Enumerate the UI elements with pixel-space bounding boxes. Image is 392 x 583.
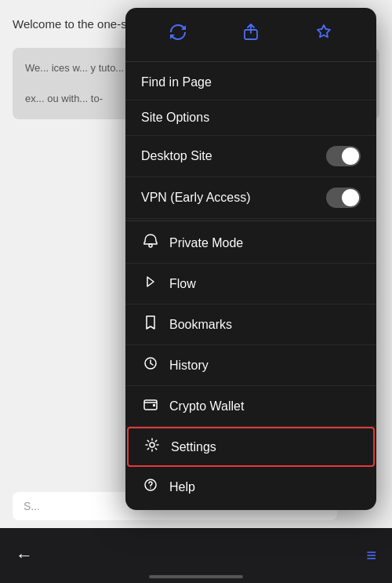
flow-label: Flow [169,277,196,291]
help-item[interactable]: Help [125,467,376,507]
private-mode-item[interactable]: Private Mode [125,223,376,264]
crypto-wallet-item[interactable]: Crypto Wallet [125,386,376,427]
vpn-item[interactable]: VPN (Early Access) [125,177,376,219]
svg-point-7 [150,487,151,489]
search-bar-text: S... [24,500,40,512]
site-options-label: Site Options [141,111,209,125]
menu-overlay: Find in Page Site Options Desktop Site V… [125,8,392,536]
crypto-wallet-icon [141,396,160,416]
crypto-wallet-label: Crypto Wallet [169,399,244,414]
find-in-page-label: Find in Page [141,75,212,89]
bookmarks-label: Bookmarks [169,318,232,332]
help-label: Help [169,480,195,494]
private-mode-label: Private Mode [169,236,243,250]
bookmark-star-button[interactable] [307,20,340,49]
private-mode-icon [141,233,160,253]
dropdown-menu: Find in Page Site Options Desktop Site V… [125,8,376,510]
reload-button[interactable] [162,20,194,49]
help-icon [141,477,160,497]
history-label: History [169,359,209,373]
vpn-label: VPN (Early Access) [141,191,251,205]
menu-items-list: Find in Page Site Options Desktop Site V… [125,62,376,510]
settings-item[interactable]: Settings [127,427,375,467]
desktop-site-label: Desktop Site [141,149,212,163]
desktop-site-item[interactable]: Desktop Site [125,136,376,177]
menu-top-actions [125,8,376,62]
site-options-item[interactable]: Site Options [125,100,376,136]
svg-rect-4 [153,404,155,406]
flow-icon [141,274,160,293]
share-button[interactable] [234,20,267,49]
desktop-site-toggle[interactable] [326,146,361,166]
bookmarks-icon [141,315,160,334]
menu-button[interactable]: ≡ [366,545,376,566]
find-in-page-item[interactable]: Find in Page [125,65,376,100]
back-button[interactable]: ← [16,545,33,566]
settings-label: Settings [171,440,216,454]
separator-1 [125,220,376,221]
history-icon [141,355,160,375]
bookmarks-item[interactable]: Bookmarks [125,304,376,345]
vpn-toggle[interactable] [326,188,361,208]
flow-item[interactable]: Flow [125,264,376,304]
settings-icon [143,437,162,457]
home-indicator [149,575,243,578]
history-item[interactable]: History [125,345,376,386]
svg-point-1 [149,244,152,247]
svg-point-5 [150,443,154,447]
